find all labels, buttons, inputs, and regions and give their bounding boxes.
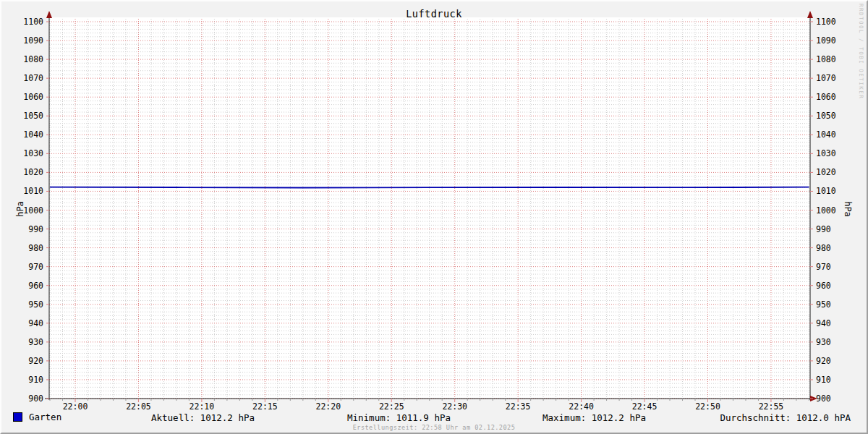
x-axis-tick-label: 22:25 [379,401,404,412]
y-axis-tick-label-left: 980 [28,243,43,253]
x-axis-tick-label: 22:50 [695,401,720,412]
y-axis-tick-label-right: 940 [816,318,831,328]
x-axis-tick-label: 22:30 [442,401,467,412]
y-axis-tick-label-right: 910 [816,375,831,385]
y-axis-tick-label-left: 1050 [23,111,43,121]
y-axis-tick-label-left: 910 [28,375,43,385]
y-axis-tick-label-left: 1030 [23,148,43,158]
series-color-swatch [13,412,22,422]
y-axis-tick-label-right: 1040 [816,129,836,140]
y-axis-tick-label-right: 1060 [816,92,836,102]
series-line-garten [50,187,809,188]
y-axis-tick-label-left: 1000 [23,205,43,216]
y-axis-tick-label-left: 960 [28,281,43,291]
series-name-label: Garten [29,412,61,422]
x-axis-tick-label: 22:45 [632,401,658,412]
x-axis-tick-label: 22:00 [63,401,88,412]
x-axis-tick-label: 22:05 [126,401,151,412]
legend-series: Garten [13,412,61,422]
stat-maximum: Maximum: 1012.2 hPa [542,412,646,423]
y-axis-tick-label-left: 1020 [23,167,43,177]
y-axis-tick-label-left: 900 [28,393,43,404]
stat-durchschnitt: Durchschnitt: 1012.0 hPA [720,412,851,423]
y-axis-tick-label-right: 990 [816,224,831,234]
y-axis-label-right: hPa [843,187,853,231]
y-axis-tick-label-right: 1050 [816,111,836,121]
y-axis-label-left: hPa [15,187,25,231]
x-axis-tick-label: 22:15 [252,401,278,412]
y-axis-tick-label-right: 1080 [816,54,836,64]
x-axis-tick-label: 22:55 [759,401,784,412]
x-axis-tick-label: 22:20 [315,401,341,412]
x-axis-tick-label: 22:10 [190,401,215,412]
y-axis-tick-label-right: 950 [816,299,831,310]
creation-timestamp: Erstellungszeit: 22:58 Uhr am 02.12.2025 [1,424,867,431]
y-axis-tick-label-left: 970 [28,262,43,272]
y-axis-tick-label-left: 920 [28,356,43,366]
y-axis-tick-label-left: 1040 [23,129,43,140]
y-axis-tick-label-right: 1070 [816,73,836,83]
y-axis-tick-label-left: 930 [28,337,43,347]
y-axis-tick-label-right: 970 [816,262,831,272]
stat-aktuell: Aktuell: 1012.2 hPa [151,412,255,423]
y-axis-tick-label-left: 1090 [23,35,43,46]
y-axis-tick-label-right: 1090 [816,35,836,46]
y-axis-tick-label-right: 900 [816,393,831,404]
y-axis-tick-label-left: 950 [28,299,43,310]
chart-title: Luftdruck [1,8,867,20]
y-axis-tick-label-left: 1010 [23,186,43,196]
x-axis-tick-label: 22:40 [569,401,594,412]
y-axis-tick-label-left: 1080 [23,54,43,64]
pressure-chart: 1100110010901090108010801070107010601060… [1,1,868,434]
y-axis-tick-label-right: 1030 [816,148,836,158]
graph-canvas: 1100110010901090108010801070107010601060… [0,0,868,434]
y-axis-tick-label-right: 1000 [816,205,836,216]
stat-minimum: Minimum: 1011.9 hPa [347,412,451,423]
y-axis-tick-label-left: 940 [28,318,43,328]
y-axis-tick-label-right: 960 [816,281,831,291]
y-axis-tick-label-right: 1020 [816,167,836,177]
y-axis-tick-label-left: 1060 [23,92,43,102]
y-axis-tick-label-right: 930 [816,337,831,347]
y-axis-tick-label-right: 1010 [816,186,836,196]
y-axis-tick-label-right: 980 [816,243,831,253]
y-axis-tick-label-right: 920 [816,356,831,366]
y-axis-tick-label-left: 1070 [23,73,43,83]
rrdtool-watermark: RRDTOOL / TOBI OETIKER [857,4,864,105]
x-axis-tick-label: 22:35 [506,401,531,412]
y-axis-tick-label-left: 990 [28,224,43,234]
